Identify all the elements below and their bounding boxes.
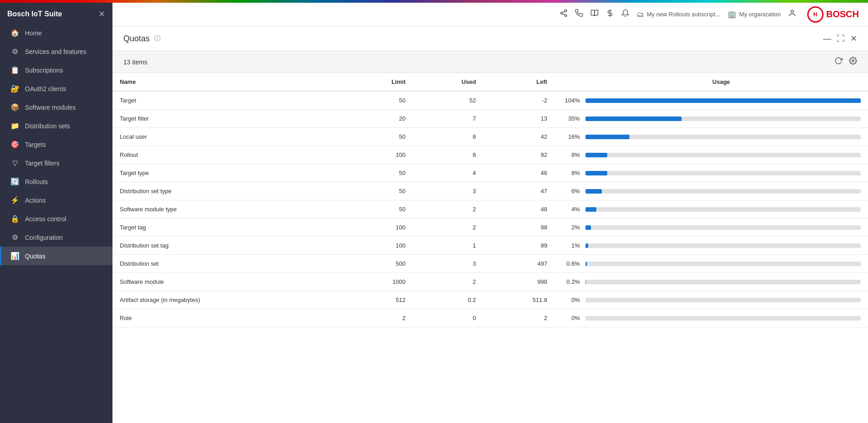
sidebar-item-target-filters[interactable]: ▽ Target filters	[0, 154, 112, 172]
cell-left: 13	[483, 110, 555, 128]
sidebar-item-access-control[interactable]: 🔒 Access control	[0, 209, 112, 228]
cell-left: 99	[483, 237, 555, 255]
sidebar-item-home[interactable]: 🏠 Home	[0, 24, 112, 42]
usage-percent: 0.2%	[562, 278, 580, 285]
home-icon: 🏠	[10, 29, 20, 37]
table-row: Role 2 0 2 0%	[112, 309, 868, 327]
folder-icon: 🗂	[637, 10, 644, 19]
cell-usage: 104%	[555, 91, 868, 110]
subscriptions-icon: 📋	[10, 66, 20, 74]
bosch-text: BOSCH	[826, 9, 859, 19]
cell-usage: 0.2%	[555, 273, 868, 291]
sidebar-item-targets[interactable]: 🎯 Targets	[0, 135, 112, 154]
cell-limit: 20	[343, 110, 413, 128]
cell-name: Distribution set	[112, 255, 343, 273]
cell-used: 7	[413, 110, 483, 128]
oauth2-icon: 🔐	[10, 84, 20, 93]
sidebar-item-services[interactable]: ⚙ Services and features	[0, 42, 112, 61]
cell-limit: 50	[343, 200, 413, 219]
cell-left: 42	[483, 128, 555, 146]
subscription-link[interactable]: 🗂 My new Rollouts subscript...	[637, 10, 720, 19]
sidebar-item-configuration[interactable]: ⚙ Configuration	[0, 228, 112, 247]
table-toolbar: 13 items	[112, 51, 868, 73]
cell-limit: 50	[343, 91, 413, 110]
minimize-button[interactable]: —	[823, 34, 831, 44]
cell-left: -2	[483, 91, 555, 110]
usage-bar-container	[585, 98, 861, 103]
table-row: Local user 50 8 42 16%	[112, 128, 868, 146]
sidebar-item-quotas[interactable]: 📊 Quotas	[0, 247, 112, 265]
dollar-icon[interactable]	[606, 9, 614, 19]
page-content: Quotas ⓘ — ⛶ ✕ 13 items	[112, 26, 868, 423]
sidebar-close-button[interactable]: ✕	[98, 9, 105, 19]
cell-used: 0	[413, 309, 483, 327]
sidebar-item-actions[interactable]: ⚡ Actions	[0, 191, 112, 209]
col-name: Name	[112, 73, 343, 91]
usage-percent: 8%	[562, 170, 580, 176]
target-filters-icon: ▽	[10, 159, 20, 167]
sidebar-item-label: Target filters	[25, 160, 59, 167]
quotas-rows: Target 50 52 -2 104% Target filter 20 7 …	[112, 91, 868, 327]
sidebar-item-label: Access control	[25, 215, 66, 223]
sidebar-nav: 🏠 Home ⚙ Services and features 📋 Subscri…	[0, 24, 112, 423]
info-icon[interactable]: ⓘ	[154, 34, 161, 43]
usage-bar-container	[585, 262, 861, 266]
cell-used: 0.2	[413, 291, 483, 309]
svg-point-0	[565, 10, 567, 12]
user-icon[interactable]	[788, 9, 796, 19]
main-content: 🗂 My new Rollouts subscript... 🏢 My orga…	[112, 3, 868, 423]
usage-percent: 16%	[562, 133, 580, 140]
cell-usage: 1%	[555, 237, 868, 255]
svg-line-3	[563, 14, 565, 15]
book-icon[interactable]	[590, 9, 599, 19]
share-icon[interactable]	[560, 9, 568, 19]
cell-limit: 500	[343, 255, 413, 273]
cell-left: 46	[483, 164, 555, 182]
usage-bar-fill	[585, 225, 591, 230]
cell-left: 998	[483, 273, 555, 291]
cell-limit: 100	[343, 237, 413, 255]
usage-bar-container	[585, 189, 861, 194]
refresh-button[interactable]	[834, 57, 843, 67]
usage-percent: 4%	[562, 206, 580, 213]
table-row: Target filter 20 7 13 35%	[112, 110, 868, 128]
usage-bar-fill	[585, 189, 602, 194]
cell-limit: 50	[343, 128, 413, 146]
phone-icon[interactable]	[575, 9, 583, 19]
usage-percent: 0.6%	[562, 260, 580, 267]
sidebar-item-oauth2[interactable]: 🔐 OAuth2 clients	[0, 79, 112, 98]
col-usage: Usage	[555, 73, 868, 91]
usage-bar-container	[585, 153, 861, 157]
cell-name: Artifact storage (in megabytes)	[112, 291, 343, 309]
cell-used: 2	[413, 273, 483, 291]
cell-usage: 6%	[555, 182, 868, 200]
close-button[interactable]: ✕	[850, 34, 857, 44]
sidebar-item-distribution-sets[interactable]: 📁 Distribution sets	[0, 117, 112, 135]
sidebar-item-subscriptions[interactable]: 📋 Subscriptions	[0, 61, 112, 79]
usage-bar-container	[585, 135, 861, 139]
cell-left: 92	[483, 146, 555, 164]
expand-button[interactable]: ⛶	[837, 34, 845, 44]
cell-name: Role	[112, 309, 343, 327]
cell-used: 3	[413, 255, 483, 273]
bell-icon[interactable]	[621, 9, 629, 19]
bosch-circle-logo: H	[807, 6, 824, 23]
table-header: Name Limit Used Left Usage	[112, 73, 868, 91]
usage-percent: 35%	[562, 115, 580, 122]
usage-bar-container	[585, 117, 861, 121]
sidebar-item-software-modules[interactable]: 📦 Software modules	[0, 98, 112, 117]
cell-limit: 50	[343, 164, 413, 182]
cell-limit: 2	[343, 309, 413, 327]
usage-bar-container	[585, 280, 861, 284]
usage-bar-fill	[585, 207, 596, 212]
sidebar-item-rollouts[interactable]: 🔄 Rollouts	[0, 172, 112, 191]
usage-bar-fill	[585, 117, 682, 121]
usage-percent: 0%	[562, 297, 580, 303]
organization-link[interactable]: 🏢 My organization	[727, 10, 781, 19]
settings-button[interactable]	[849, 57, 857, 67]
svg-point-7	[852, 60, 854, 62]
cell-name: Rollout	[112, 146, 343, 164]
sidebar-item-label: Actions	[25, 197, 46, 204]
configuration-icon: ⚙	[10, 233, 20, 242]
usage-bar-fill	[585, 243, 588, 248]
